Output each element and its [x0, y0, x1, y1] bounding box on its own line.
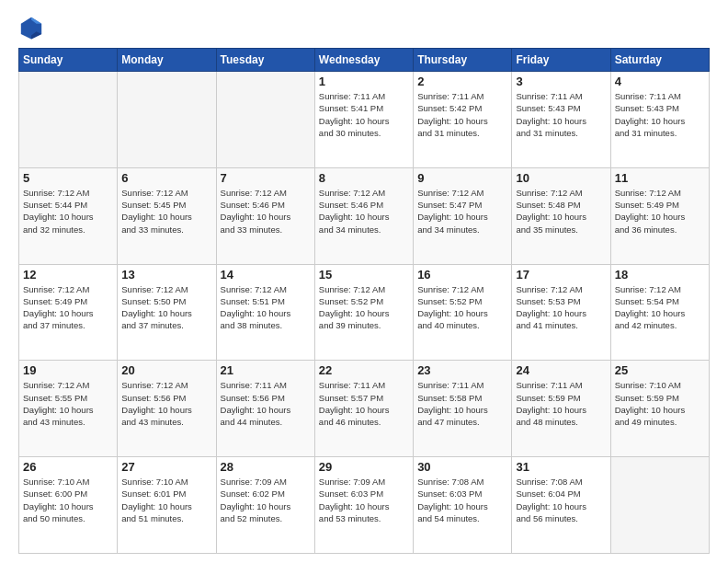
calendar-page: SundayMondayTuesdayWednesdayThursdayFrid…: [0, 0, 728, 563]
day-info: Sunrise: 7:10 AM Sunset: 6:00 PM Dayligh…: [23, 476, 113, 524]
day-info: Sunrise: 7:12 AM Sunset: 5:55 PM Dayligh…: [23, 379, 113, 428]
day-info: Sunrise: 7:10 AM Sunset: 5:59 PM Dayligh…: [615, 379, 705, 428]
day-info: Sunrise: 7:12 AM Sunset: 5:53 PM Dayligh…: [516, 283, 606, 332]
calendar-cell: 16Sunrise: 7:12 AM Sunset: 5:52 PM Dayli…: [414, 264, 512, 361]
day-number: 4: [615, 75, 705, 88]
calendar-cell: 29Sunrise: 7:09 AM Sunset: 6:03 PM Dayli…: [314, 457, 413, 554]
calendar-cell: 5Sunrise: 7:12 AM Sunset: 5:44 PM Daylig…: [19, 167, 118, 264]
calendar-cell: 26Sunrise: 7:10 AM Sunset: 6:00 PM Dayli…: [19, 457, 118, 554]
calendar-cell: 14Sunrise: 7:12 AM Sunset: 5:51 PM Dayli…: [216, 264, 314, 361]
calendar-cell: 3Sunrise: 7:11 AM Sunset: 5:43 PM Daylig…: [512, 72, 610, 168]
day-info: Sunrise: 7:12 AM Sunset: 5:50 PM Dayligh…: [121, 283, 211, 332]
day-number: 7: [221, 171, 311, 185]
calendar-cell: 12Sunrise: 7:12 AM Sunset: 5:49 PM Dayli…: [19, 264, 118, 361]
weekday-header-tuesday: Tuesday: [216, 49, 314, 72]
calendar-cell: 19Sunrise: 7:12 AM Sunset: 5:55 PM Dayli…: [19, 361, 118, 457]
calendar-cell: 31Sunrise: 7:08 AM Sunset: 6:04 PM Dayli…: [512, 457, 610, 554]
logo: [18, 15, 48, 40]
day-info: Sunrise: 7:12 AM Sunset: 5:44 PM Dayligh…: [23, 187, 113, 236]
calendar-cell: [216, 72, 314, 168]
calendar-cell: [610, 457, 709, 554]
day-number: 16: [417, 268, 507, 282]
calendar-cell: 8Sunrise: 7:12 AM Sunset: 5:46 PM Daylig…: [314, 167, 413, 264]
calendar-cell: 13Sunrise: 7:12 AM Sunset: 5:50 PM Dayli…: [118, 264, 216, 361]
calendar-cell: 7Sunrise: 7:12 AM Sunset: 5:46 PM Daylig…: [216, 167, 314, 264]
day-info: Sunrise: 7:12 AM Sunset: 5:49 PM Dayligh…: [615, 187, 705, 236]
day-info: Sunrise: 7:11 AM Sunset: 5:41 PM Dayligh…: [319, 90, 409, 139]
week-row-5: 26Sunrise: 7:10 AM Sunset: 6:00 PM Dayli…: [19, 457, 710, 554]
day-info: Sunrise: 7:11 AM Sunset: 5:43 PM Dayligh…: [615, 90, 705, 139]
calendar-cell: [19, 72, 118, 168]
day-info: Sunrise: 7:09 AM Sunset: 6:03 PM Dayligh…: [319, 476, 409, 524]
day-number: 25: [615, 363, 705, 377]
day-number: 22: [319, 363, 409, 377]
logo-icon: [18, 15, 44, 40]
calendar-cell: 6Sunrise: 7:12 AM Sunset: 5:45 PM Daylig…: [118, 167, 216, 264]
day-info: Sunrise: 7:12 AM Sunset: 5:46 PM Dayligh…: [221, 187, 311, 236]
calendar-cell: 23Sunrise: 7:11 AM Sunset: 5:58 PM Dayli…: [414, 361, 512, 457]
day-number: 20: [121, 363, 211, 377]
day-info: Sunrise: 7:09 AM Sunset: 6:02 PM Dayligh…: [221, 476, 311, 524]
calendar-cell: 18Sunrise: 7:12 AM Sunset: 5:54 PM Dayli…: [610, 264, 709, 361]
weekday-header-wednesday: Wednesday: [314, 49, 413, 72]
day-number: 6: [121, 171, 211, 185]
calendar-cell: [118, 72, 216, 168]
day-info: Sunrise: 7:11 AM Sunset: 5:59 PM Dayligh…: [516, 379, 606, 428]
calendar-cell: 20Sunrise: 7:12 AM Sunset: 5:56 PM Dayli…: [118, 361, 216, 457]
calendar-cell: 24Sunrise: 7:11 AM Sunset: 5:59 PM Dayli…: [512, 361, 610, 457]
weekday-header-thursday: Thursday: [414, 49, 512, 72]
calendar-cell: 28Sunrise: 7:09 AM Sunset: 6:02 PM Dayli…: [216, 457, 314, 554]
calendar-cell: 10Sunrise: 7:12 AM Sunset: 5:48 PM Dayli…: [512, 167, 610, 264]
day-info: Sunrise: 7:11 AM Sunset: 5:57 PM Dayligh…: [319, 379, 409, 428]
day-number: 11: [615, 171, 705, 185]
week-row-2: 5Sunrise: 7:12 AM Sunset: 5:44 PM Daylig…: [19, 167, 710, 264]
day-info: Sunrise: 7:11 AM Sunset: 5:58 PM Dayligh…: [417, 379, 507, 428]
weekday-header-monday: Monday: [118, 49, 216, 72]
day-info: Sunrise: 7:11 AM Sunset: 5:42 PM Dayligh…: [417, 90, 507, 139]
day-info: Sunrise: 7:12 AM Sunset: 5:52 PM Dayligh…: [417, 283, 507, 332]
day-number: 17: [516, 268, 606, 282]
day-info: Sunrise: 7:10 AM Sunset: 6:01 PM Dayligh…: [121, 476, 211, 524]
week-row-3: 12Sunrise: 7:12 AM Sunset: 5:49 PM Dayli…: [19, 264, 710, 361]
day-number: 3: [516, 75, 606, 88]
day-number: 30: [417, 460, 507, 474]
day-number: 29: [319, 460, 409, 474]
day-number: 18: [615, 268, 705, 282]
day-number: 19: [23, 363, 113, 377]
calendar-cell: 17Sunrise: 7:12 AM Sunset: 5:53 PM Dayli…: [512, 264, 610, 361]
day-number: 10: [516, 171, 606, 185]
day-number: 28: [221, 460, 311, 474]
calendar-cell: 9Sunrise: 7:12 AM Sunset: 5:47 PM Daylig…: [414, 167, 512, 264]
week-row-1: 1Sunrise: 7:11 AM Sunset: 5:41 PM Daylig…: [19, 72, 710, 168]
day-info: Sunrise: 7:08 AM Sunset: 6:04 PM Dayligh…: [516, 476, 606, 524]
day-info: Sunrise: 7:12 AM Sunset: 5:46 PM Dayligh…: [319, 187, 409, 236]
day-number: 9: [417, 171, 507, 185]
day-info: Sunrise: 7:12 AM Sunset: 5:52 PM Dayligh…: [319, 283, 409, 332]
day-number: 21: [221, 363, 311, 377]
day-number: 5: [23, 171, 113, 185]
weekday-header-friday: Friday: [512, 49, 610, 72]
day-info: Sunrise: 7:12 AM Sunset: 5:49 PM Dayligh…: [23, 283, 113, 332]
weekday-header-saturday: Saturday: [610, 49, 709, 72]
day-number: 14: [221, 268, 311, 282]
day-number: 23: [417, 363, 507, 377]
calendar-cell: 25Sunrise: 7:10 AM Sunset: 5:59 PM Dayli…: [610, 361, 709, 457]
day-info: Sunrise: 7:12 AM Sunset: 5:45 PM Dayligh…: [121, 187, 211, 236]
weekday-header-sunday: Sunday: [19, 49, 118, 72]
calendar-cell: 1Sunrise: 7:11 AM Sunset: 5:41 PM Daylig…: [314, 72, 413, 168]
calendar-cell: 2Sunrise: 7:11 AM Sunset: 5:42 PM Daylig…: [414, 72, 512, 168]
header: [18, 15, 710, 40]
day-number: 26: [23, 460, 113, 474]
day-info: Sunrise: 7:12 AM Sunset: 5:56 PM Dayligh…: [121, 379, 211, 428]
day-number: 12: [23, 268, 113, 282]
weekday-header-row: SundayMondayTuesdayWednesdayThursdayFrid…: [19, 49, 710, 72]
day-number: 13: [121, 268, 211, 282]
calendar-cell: 15Sunrise: 7:12 AM Sunset: 5:52 PM Dayli…: [314, 264, 413, 361]
day-number: 15: [319, 268, 409, 282]
day-info: Sunrise: 7:12 AM Sunset: 5:54 PM Dayligh…: [615, 283, 705, 332]
day-info: Sunrise: 7:12 AM Sunset: 5:47 PM Dayligh…: [417, 187, 507, 236]
calendar-cell: 27Sunrise: 7:10 AM Sunset: 6:01 PM Dayli…: [118, 457, 216, 554]
calendar-table: SundayMondayTuesdayWednesdayThursdayFrid…: [18, 48, 710, 554]
calendar-cell: 22Sunrise: 7:11 AM Sunset: 5:57 PM Dayli…: [314, 361, 413, 457]
day-number: 24: [516, 363, 606, 377]
